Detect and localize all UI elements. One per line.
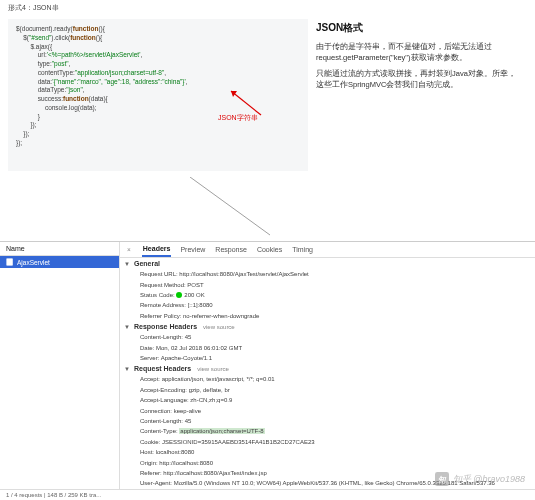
chevron-down-icon: ▼ [124,324,130,330]
tab-bar: × Headers Preview Response Cookies Timin… [120,242,535,258]
kv-status: Status Code: 200 OK [120,290,535,300]
tab-response[interactable]: Response [214,243,248,256]
status-bar: 1 / 4 requests | 148 B / 259 KB tra... [0,489,535,500]
svg-line-0 [231,91,261,115]
section-general[interactable]: ▼General [120,258,535,269]
top-section: $(document).ready(function(){ $("#send")… [0,13,535,175]
chevron-down-icon: ▼ [124,261,130,267]
explain-title: JSON格式 [316,21,521,35]
zhihu-icon: 知 [435,472,449,486]
devtools-panel: Name AjaxServlet × Headers Preview Respo… [0,241,535,500]
divider-line [0,177,535,237]
watermark: 知 知乎 @bravo1988 [435,472,525,486]
tab-headers[interactable]: Headers [142,242,172,257]
status-dot-icon [176,292,182,298]
tab-preview[interactable]: Preview [179,243,206,256]
code-block: $(document).ready(function(){ $("#send")… [8,19,308,171]
header-label: 形式4：JSON串 [0,0,535,13]
explain-panel: JSON格式 由于传的是字符串，而不是键值对，后端无法通过request.get… [314,19,527,171]
request-item[interactable]: AjaxServlet [0,256,119,268]
svg-rect-3 [7,259,13,265]
svg-marker-1 [231,91,237,97]
tab-cookies[interactable]: Cookies [256,243,283,256]
content-type-highlight: application/json;charset=UTF-8 [179,428,264,434]
kv-refpolicy: Referrer Policy: no-referrer-when-downgr… [120,311,535,321]
explain-p1: 由于传的是字符串，而不是键值对，后端无法通过request.getParamet… [316,41,521,64]
section-response[interactable]: ▼Response Headersview source [120,321,535,332]
close-icon[interactable]: × [124,246,134,253]
explain-p2: 只能通过流的方式读取拼接，再封装到Java对象。所幸，这些工作SpringMVC… [316,68,521,91]
section-request[interactable]: ▼Request Headersview source [120,363,535,374]
svg-line-2 [190,177,270,235]
kv-method: Request Method: POST [120,280,535,290]
detail-column: × Headers Preview Response Cookies Timin… [120,242,535,500]
svg-text:知: 知 [437,475,447,484]
name-header: Name [0,242,119,256]
annotation-label: JSON字符串 [218,113,258,122]
tab-timing[interactable]: Timing [291,243,314,256]
chevron-down-icon: ▼ [124,366,130,372]
kv-remote: Remote Address: [::1]:8080 [120,300,535,310]
name-column: Name AjaxServlet [0,242,120,500]
kv-url: Request URL: http://localhost:8080/AjaxT… [120,269,535,279]
file-icon [6,258,14,266]
